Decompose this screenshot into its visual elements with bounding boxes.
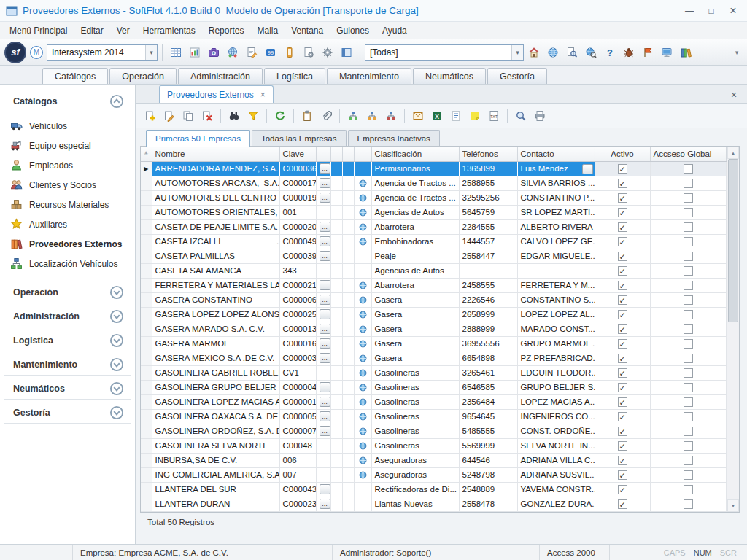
cell-icon[interactable] — [354, 351, 371, 365]
cell-clave-editor[interactable]: ... — [316, 176, 330, 190]
cell-icon[interactable] — [354, 263, 371, 278]
ellipsis-button[interactable]: ... — [320, 309, 330, 319]
print-button[interactable] — [531, 107, 549, 125]
table-row[interactable]: CASETA IZCALLI ...C000049...Embobinadora… — [141, 234, 726, 249]
acceso-global-checkbox[interactable] — [684, 193, 693, 203]
cell-blank-1[interactable] — [330, 190, 342, 205]
vertical-scrollbar[interactable]: ▴ ▾ — [727, 147, 739, 512]
cell-icon[interactable] — [354, 336, 371, 351]
cell-telefonos[interactable]: 1365899 — [459, 161, 517, 176]
cell-clave-editor[interactable]: ... — [316, 394, 330, 409]
cell-icon[interactable] — [354, 278, 371, 292]
column-header-accseso-global[interactable]: Accseso Global — [650, 147, 726, 161]
doc-gear-button[interactable] — [300, 44, 317, 61]
ellipsis-button[interactable]: ... — [320, 236, 330, 246]
cell-blank-2[interactable] — [342, 482, 354, 497]
ribbon-tab-administracion[interactable]: Administración — [178, 68, 263, 84]
cell-clave-editor[interactable] — [316, 467, 330, 482]
dropdown-arrow-icon[interactable]: ▾ — [145, 45, 157, 60]
table-row[interactable]: GASOLINERA GABRIEL ROBLEROCV1Gasolineras… — [141, 365, 726, 380]
cell-activo[interactable] — [595, 205, 650, 219]
cell-activo[interactable] — [595, 190, 650, 205]
globe-search-button[interactable] — [582, 44, 600, 61]
doc-search-button[interactable] — [563, 44, 581, 61]
globe-button[interactable] — [544, 44, 562, 61]
cell-activo[interactable] — [595, 292, 650, 307]
cell-clave-editor[interactable]: ... — [316, 161, 330, 176]
ellipsis-button[interactable]: ... — [320, 192, 330, 203]
cell-activo[interactable] — [595, 497, 650, 511]
pane-close-button[interactable]: × — [727, 87, 741, 103]
column-header-activo[interactable]: Activo — [595, 147, 650, 161]
cell-clave[interactable]: C000021 — [279, 278, 316, 292]
cell-contacto[interactable]: CONSTANTINO S... — [517, 292, 595, 307]
cell-telefonos[interactable]: 2356484 — [459, 394, 517, 409]
menu-item-ayuda[interactable]: Ayuda — [376, 23, 414, 38]
cell-blank-1[interactable] — [330, 234, 342, 249]
delete-button[interactable] — [198, 107, 216, 125]
acceso-global-checkbox[interactable] — [684, 339, 693, 349]
subtab-primeras-50-empresas[interactable]: Primeras 50 Empresas — [146, 130, 250, 147]
ellipsis-button[interactable]: ... — [320, 484, 330, 494]
cell-blank-2[interactable] — [342, 161, 354, 176]
cell-activo[interactable] — [595, 424, 650, 438]
cell-nombre[interactable]: GASOLINERA LOPEZ MACIAS AR... — [152, 394, 279, 409]
cell-acceso-global[interactable] — [650, 205, 726, 219]
cell-telefonos[interactable]: 5485555 — [459, 424, 517, 438]
phone-button[interactable] — [281, 44, 298, 61]
tab-close-icon[interactable]: × — [260, 90, 266, 100]
cell-telefonos[interactable]: 6654898 — [459, 351, 517, 365]
cell-nombre[interactable]: GASERA MARMOL — [152, 336, 279, 351]
cell-blank-1[interactable] — [330, 394, 342, 409]
cell-telefonos[interactable]: 2458555 — [459, 278, 517, 292]
cell-clave-editor[interactable] — [316, 438, 330, 453]
subtab-todas-las-empresas[interactable]: Todas las Empresas — [252, 130, 347, 146]
cell-acceso-global[interactable] — [650, 292, 726, 307]
expand-section-button[interactable] — [109, 285, 124, 300]
cell-clave-editor[interactable]: ... — [316, 219, 330, 234]
cell-acceso-global[interactable] — [650, 453, 726, 467]
home-button[interactable] — [525, 44, 543, 61]
cell-contacto[interactable]: PZ PREFABRICAD... — [517, 351, 595, 365]
activo-checkbox[interactable] — [618, 252, 627, 261]
cell-clasificacion[interactable]: Agencias de Autos — [371, 263, 459, 278]
cell-blank-1[interactable] — [330, 219, 342, 234]
cell-clasificacion[interactable]: Peaje — [371, 249, 459, 263]
cell-clave-editor[interactable]: ... — [316, 482, 330, 497]
scroll-up-icon[interactable]: ▴ — [727, 147, 739, 159]
activo-checkbox[interactable] — [618, 295, 627, 305]
activo-checkbox[interactable] — [618, 470, 627, 480]
activo-checkbox[interactable] — [618, 441, 627, 451]
tree-add-button[interactable] — [344, 107, 362, 125]
scrollbar-track[interactable] — [727, 159, 739, 499]
table-row[interactable]: FERRETERA Y MATERIALES LA S...C000021...… — [141, 278, 726, 292]
cell-contacto[interactable]: SR LOPEZ MARTI... — [517, 205, 595, 219]
activo-checkbox[interactable] — [618, 456, 627, 465]
cell-telefonos[interactable]: 5645759 — [459, 205, 517, 219]
cell-acceso-global[interactable] — [650, 234, 726, 249]
acceso-global-checkbox[interactable] — [684, 310, 693, 319]
tree-edit-button[interactable] — [363, 107, 381, 125]
activo-checkbox[interactable] — [618, 354, 627, 363]
cell-acceso-global[interactable] — [650, 438, 726, 453]
cell-clasificacion[interactable]: Gasolineras — [371, 409, 459, 424]
binoculars-button[interactable] — [225, 107, 243, 125]
m-badge-icon[interactable]: M — [30, 46, 43, 59]
cell-contacto[interactable]: LOPEZ LOPEZ AL... — [517, 307, 595, 322]
acceso-global-checkbox[interactable] — [684, 470, 693, 480]
filter-combobox[interactable]: [Todas] ▾ — [365, 44, 524, 61]
activo-checkbox[interactable] — [618, 237, 627, 246]
cell-icon[interactable] — [354, 176, 371, 190]
cell-blank-1[interactable] — [330, 176, 342, 190]
cell-telefonos[interactable]: 6546585 — [459, 380, 517, 394]
acceso-global-checkbox[interactable] — [684, 485, 693, 494]
cell-clave[interactable]: C000049 — [279, 234, 316, 249]
cell-icon[interactable] — [354, 394, 371, 409]
column-header-blank[interactable] — [316, 147, 330, 161]
ellipsis-button[interactable]: ... — [320, 499, 330, 509]
cell-acceso-global[interactable] — [650, 307, 726, 322]
acceso-global-checkbox[interactable] — [684, 164, 693, 174]
camera-button[interactable] — [205, 44, 222, 61]
cell-clave[interactable]: C000013 — [279, 322, 316, 336]
ellipsis-button[interactable]: ... — [320, 382, 330, 392]
